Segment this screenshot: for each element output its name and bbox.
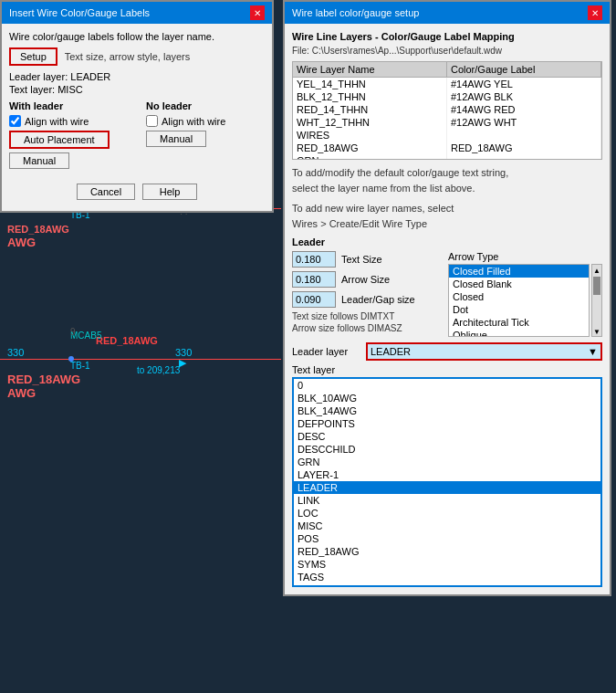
- text-layer-label: Text layer: [292, 364, 335, 375]
- wire-awg-1: AWG: [7, 236, 36, 249]
- layer-dropdown-item[interactable]: SYMS: [294, 558, 600, 571]
- arrow-size-label: Arrow Size: [341, 274, 414, 285]
- text-size-label: Text Size: [341, 254, 414, 265]
- table-row[interactable]: YEL_14_THHN#14AWG YEL: [293, 78, 601, 90]
- left-dialog-desc: Wire color/gauge labels follow the layer…: [9, 31, 265, 42]
- table-row[interactable]: BLK_12_THHN#12AWG BLK: [293, 90, 601, 103]
- no-leader-label: No leader: [146, 100, 265, 111]
- layer-dropdown-item[interactable]: LOC: [294, 507, 600, 520]
- text-size-input[interactable]: [292, 251, 336, 268]
- layer-dropdown-item[interactable]: DESCCHILD: [294, 443, 600, 456]
- right-dialog-close-button[interactable]: ✕: [588, 5, 602, 20]
- layer-dropdown-item[interactable]: POS: [294, 532, 600, 545]
- leader-layer-value: LEADER: [371, 346, 411, 357]
- layer-dropdown-item[interactable]: DEFPOINTS: [294, 417, 600, 430]
- input-section: Text Size Arrow Size Leader/Gap size Tex…: [292, 251, 439, 337]
- arrow-list-item[interactable]: Oblique: [449, 329, 589, 337]
- leader-layer-chevron: ▼: [588, 346, 598, 357]
- leader-layer-info: Leader layer: LEADER: [9, 71, 265, 82]
- layer-dropdown-item[interactable]: LAYER-1: [294, 468, 600, 481]
- gap-size-input[interactable]: [292, 291, 336, 308]
- table-row[interactable]: WHT_12_THHN#12AWG WHT: [293, 116, 601, 129]
- right-dialog-titlebar: Wire label color/gauge setup ✕: [285, 2, 610, 24]
- layer-dropdown-item[interactable]: TAGS: [294, 571, 600, 583]
- arrow-list-item[interactable]: Closed Filled: [449, 265, 589, 278]
- hint-text-2: To add new wire layer names, selectWires…: [292, 201, 602, 231]
- layer-dropdown-item[interactable]: LINK: [294, 494, 600, 507]
- file-label: File: C:\Users\rames\Ap...\Support\user\…: [292, 46, 602, 56]
- wire-awg-label-2: RED_18AWG: [7, 373, 80, 386]
- arrow-list-item[interactable]: Closed: [449, 290, 589, 303]
- align-wire-label-left: Align with wire: [25, 116, 89, 127]
- arrow-size-input[interactable]: [292, 271, 336, 288]
- right-dialog-title: Wire label color/gauge setup: [292, 7, 419, 18]
- table-row[interactable]: RED_14_THHN#14AWG RED: [293, 103, 601, 116]
- wire-num-330: 330: [7, 347, 24, 358]
- table-header: Wire Layer Name Color/Gauge Label: [292, 61, 602, 78]
- wire-tb2: TB-1: [70, 361, 90, 371]
- leader-layer-label: Leader layer: [292, 346, 360, 357]
- note-dimtxt: Text size follows DIMTXT: [292, 311, 439, 321]
- layer-dropdown[interactable]: 0BLK_10AWGBLK_14AWGDEFPOINTSDESCDESCCHIL…: [292, 377, 602, 587]
- arrow-type-list[interactable]: Closed FilledClosed BlankClosedDotArchit…: [448, 264, 590, 337]
- with-leader-section: With leader Align with wire Auto Placeme…: [9, 100, 128, 173]
- manual-button-left[interactable]: Manual: [9, 152, 69, 169]
- arrow-scroll-thumb: [593, 277, 600, 295]
- layer-dropdown-item[interactable]: RED_18AWG: [294, 545, 600, 558]
- wire-table-body[interactable]: YEL_14_THHN#14AWG YELBLK_12_THHN#12AWG B…: [292, 78, 602, 160]
- left-dialog-titlebar: Insert Wire Color/Gauge Labels ✕: [2, 2, 272, 24]
- leader-layer-select[interactable]: LEADER ▼: [366, 342, 602, 361]
- layer-dropdown-item[interactable]: BLK_14AWG: [294, 404, 600, 417]
- gap-size-label: Leader/Gap size: [341, 294, 415, 305]
- arrow-list-item[interactable]: Closed Blank: [449, 278, 589, 290]
- help-button[interactable]: Help: [142, 184, 197, 200]
- layer-dropdown-item[interactable]: GRN: [294, 456, 600, 468]
- manual-button-right[interactable]: Manual: [146, 131, 206, 147]
- layer-dropdown-item[interactable]: TERMS: [294, 583, 600, 587]
- wire-coords: to 209,213: [137, 365, 180, 375]
- layer-dropdown-item[interactable]: LEADER: [294, 481, 600, 494]
- right-dialog: Wire label color/gauge setup ✕ Wire Line…: [283, 0, 611, 596]
- table-row[interactable]: GRN: [293, 154, 601, 160]
- hint-text-1: To add/modify the default color/gauge te…: [292, 165, 602, 195]
- table-row[interactable]: WIRES: [293, 129, 601, 142]
- layer-dropdown-item[interactable]: DESC: [294, 430, 600, 443]
- align-wire-label-right: Align with wire: [162, 116, 225, 127]
- no-leader-section: No leader Align with wire Manual: [146, 100, 265, 173]
- with-leader-label: With leader: [9, 100, 128, 111]
- wire-label-red2: RED_18AWG: [96, 333, 158, 347]
- col-wire-name: Wire Layer Name: [293, 62, 447, 77]
- note-dimasz: Arrow size follows DIMASZ: [292, 323, 439, 333]
- align-wire-checkbox-right[interactable]: [146, 115, 158, 127]
- table-row[interactable]: RED_18AWGRED_18AWG: [293, 142, 601, 154]
- col-color-gauge: Color/Gauge Label: [447, 62, 601, 77]
- layer-dropdown-item[interactable]: MISC: [294, 520, 600, 532]
- arrow-section: Arrow Type Closed FilledClosed BlankClos…: [448, 251, 602, 337]
- arrow-list-item[interactable]: Architectural Tick: [449, 316, 589, 329]
- arrow-scroll-down[interactable]: ▼: [593, 328, 600, 336]
- setup-button[interactable]: Setup: [9, 47, 57, 66]
- wire-awg-2: AWG: [7, 386, 36, 400]
- layer-dropdown-item[interactable]: BLK_10AWG: [294, 392, 600, 404]
- leader-title: Leader: [292, 236, 602, 247]
- align-wire-checkbox-left[interactable]: [9, 115, 21, 127]
- arrow-list-item[interactable]: Dot: [449, 303, 589, 316]
- cancel-button[interactable]: Cancel: [77, 184, 135, 200]
- layer-dropdown-item[interactable]: 0: [294, 379, 600, 392]
- text-layer-info: Text layer: MISC: [9, 84, 265, 95]
- arrow-type-label: Arrow Type: [448, 251, 602, 262]
- left-dialog-close-button[interactable]: ✕: [250, 5, 265, 20]
- left-dialog: Insert Wire Color/Gauge Labels ✕ Wire co…: [0, 0, 274, 213]
- arrow-scroll-up[interactable]: ▲: [593, 267, 600, 275]
- auto-placement-button[interactable]: Auto Placement: [9, 131, 110, 149]
- section-title: Wire Line Layers - Color/Gauge Label Map…: [292, 31, 602, 42]
- wire-awg-label-1: RED_18AWG: [7, 222, 69, 236]
- wire-line-2: [0, 359, 281, 360]
- setup-desc: Text size, arrow style, layers: [65, 51, 191, 62]
- left-dialog-title: Insert Wire Color/Gauge Labels: [9, 7, 150, 18]
